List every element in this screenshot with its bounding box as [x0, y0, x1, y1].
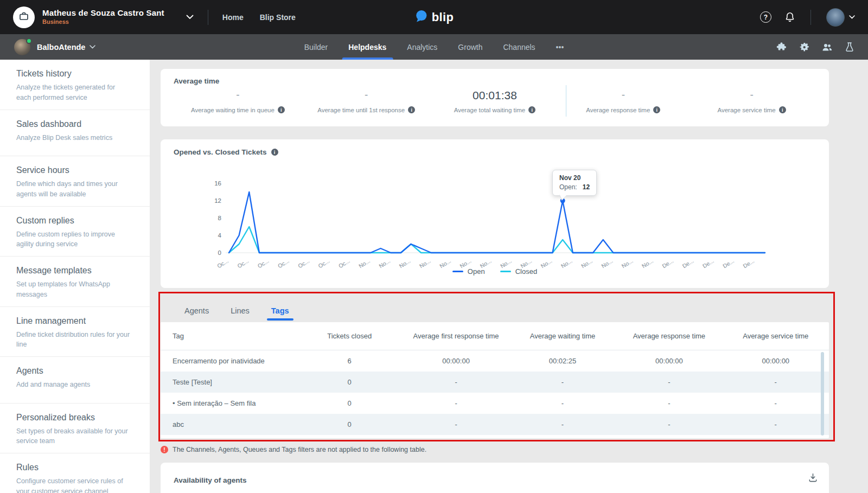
metric-label-text: Average response time	[586, 107, 650, 113]
help-icon[interactable]: ?	[760, 11, 771, 23]
topbar-link-home[interactable]: Home	[222, 13, 244, 22]
settings-gear-icon[interactable]	[799, 42, 809, 52]
briefcase-icon	[18, 11, 29, 24]
average-time-title: Average time	[174, 77, 816, 85]
tab-channels[interactable]: Channels	[503, 34, 535, 60]
chart-tooltip: Nov 20 Open: 12	[552, 170, 597, 196]
table-tab-agents[interactable]: Agents	[184, 299, 209, 322]
average-time-card: Average time -Average waiting time in qu…	[161, 69, 829, 126]
column-header-tag: Tag	[161, 332, 296, 340]
svg-text:12: 12	[214, 197, 221, 204]
sidebar-item-title: Service hours	[16, 165, 133, 175]
value-cell: -	[723, 399, 829, 407]
blip-logo: blip	[414, 9, 454, 25]
account-name: Matheus de Souza Castro Sant	[42, 8, 164, 18]
users-icon[interactable]	[822, 42, 833, 52]
line-chart: 1612840Oc...Oc...Oc...Oc...Oc...Oc...Oc.…	[161, 139, 829, 288]
info-icon[interactable]: i	[408, 106, 415, 113]
tab-more-menu[interactable]: •••	[556, 34, 564, 60]
value-cell: -	[403, 378, 509, 386]
sidebar-item-agents[interactable]: AgentsAdd and manage agents	[0, 357, 150, 404]
bot-avatar[interactable]	[14, 39, 30, 55]
main-content: Average time -Average waiting time in qu…	[150, 60, 868, 493]
tag-cell: Teste [Teste]	[161, 378, 296, 386]
availability-title: Availability of agents	[174, 476, 816, 484]
column-header-average-response-time: Average response time	[616, 332, 722, 340]
lab-flask-icon[interactable]	[845, 42, 854, 52]
table-tab-tags[interactable]: Tags	[271, 299, 289, 322]
sidebar-item-description: Analyze Blip Desk sales metrics	[16, 133, 131, 143]
metric-average-total-waiting-time: 00:01:38Average total waiting timei	[431, 89, 559, 113]
sidebar-item-personalized-breaks[interactable]: Personalized breaksSet types of breaks a…	[0, 404, 150, 454]
topbar-divider	[208, 10, 208, 25]
sidebar-item-description: Set types of breaks available for your s…	[16, 426, 131, 447]
info-icon[interactable]: i	[779, 106, 786, 113]
value-cell: -	[616, 399, 722, 407]
sidebar-item-tickets-history[interactable]: Tickets historyAnalyze the tickets gener…	[0, 60, 150, 110]
chart-legend: OpenClosed	[161, 267, 829, 276]
table-tab-lines[interactable]: Lines	[231, 299, 250, 322]
info-icon[interactable]: i	[528, 106, 535, 113]
metric-value: 00:01:38	[431, 89, 559, 106]
value-cell: -	[616, 420, 722, 428]
legend-swatch	[452, 271, 463, 272]
sidebar-item-title: Agents	[16, 366, 133, 376]
warning-icon: !	[161, 446, 168, 453]
info-icon[interactable]: i	[653, 106, 660, 113]
value-cell: -	[403, 420, 509, 428]
bell-icon[interactable]	[784, 11, 795, 23]
sidebar-item-message-templates[interactable]: Message templatesSet up templates for Wh…	[0, 257, 150, 307]
sidebar-item-description: Set up templates for WhatsApp messages	[16, 279, 131, 300]
sidebar-item-line-management[interactable]: Line managementDefine ticket distributio…	[0, 307, 150, 357]
account-type-badge: Business	[42, 18, 164, 26]
table-scrollbar[interactable]	[821, 352, 824, 436]
download-icon[interactable]	[808, 472, 818, 485]
tab-helpdesks[interactable]: Helpdesks	[348, 34, 386, 60]
topbar-links: HomeBlip Store	[222, 13, 296, 22]
legend-label: Closed	[515, 267, 537, 276]
svg-text:4: 4	[218, 232, 222, 239]
tooltip-series-label: Open:	[559, 183, 577, 191]
sidebar-item-sales-dashboard[interactable]: Sales dashboardAnalyze Blip Desk sales m…	[0, 110, 150, 157]
availability-card: Availability of agents	[161, 463, 829, 493]
account-chevron-down-icon[interactable]	[186, 15, 194, 20]
bot-chevron-down-icon[interactable]	[90, 45, 95, 49]
tab-analytics[interactable]: Analytics	[407, 34, 437, 60]
value-cell: 00:00:00	[403, 357, 509, 365]
user-menu[interactable]	[826, 8, 855, 27]
metric-average-service-time: -Average service timei	[687, 89, 816, 113]
topbar-link-blip-store[interactable]: Blip Store	[260, 13, 296, 22]
legend-label: Open	[468, 267, 485, 276]
metric-average-response-time: -Average response timei	[559, 89, 687, 113]
sidebar-item-custom-replies[interactable]: Custom repliesDefine custom replies to i…	[0, 207, 150, 257]
sidebar-item-description: Analyze the tickets generated for each p…	[16, 82, 131, 103]
blip-balloon-icon	[414, 9, 429, 25]
average-time-metrics: -Average waiting time in queuei-Average …	[174, 89, 816, 113]
info-icon[interactable]: i	[278, 106, 285, 113]
sidebar-item-service-hours[interactable]: Service hoursDefine which days and times…	[0, 156, 150, 207]
metric-label-text: Average time until 1st response	[317, 107, 405, 113]
value-cell: -	[509, 399, 616, 407]
sidebar-item-description: Define which days and times your agents …	[16, 179, 131, 200]
value-cell: 00:00:00	[723, 357, 829, 365]
tickets-table-tabs: AgentsLinesTags	[161, 299, 829, 322]
user-chevron-down-icon	[849, 15, 855, 19]
sidebar-item-title: Sales dashboard	[16, 119, 133, 129]
plugin-puzzle-icon[interactable]	[776, 42, 787, 52]
workspace-tabs: BuilderHelpdesksAnalyticsGrowthChannels•…	[304, 34, 564, 60]
table-row: Encerramento por inatividade600:00:0000:…	[161, 350, 829, 372]
workspace-bar: BalboAtende BuilderHelpdesksAnalyticsGro…	[0, 34, 868, 60]
tag-cell: Encerramento por inatividade	[161, 357, 296, 365]
value-cell: -	[509, 420, 616, 428]
sidebar-item-rules[interactable]: RulesConfigure customer service rules of…	[0, 453, 150, 493]
organization-badge[interactable]	[13, 7, 35, 28]
bot-name[interactable]: BalboAtende	[37, 43, 85, 52]
metric-label: Average service timei	[687, 106, 816, 113]
tab-growth[interactable]: Growth	[458, 34, 482, 60]
tab-builder[interactable]: Builder	[304, 34, 328, 60]
legend-swatch	[500, 271, 511, 272]
svg-text:0: 0	[218, 249, 221, 256]
sidebar-item-title: Personalized breaks	[16, 413, 133, 422]
value-cell: 00:00:00	[616, 357, 722, 365]
value-cell: 6	[296, 357, 403, 365]
